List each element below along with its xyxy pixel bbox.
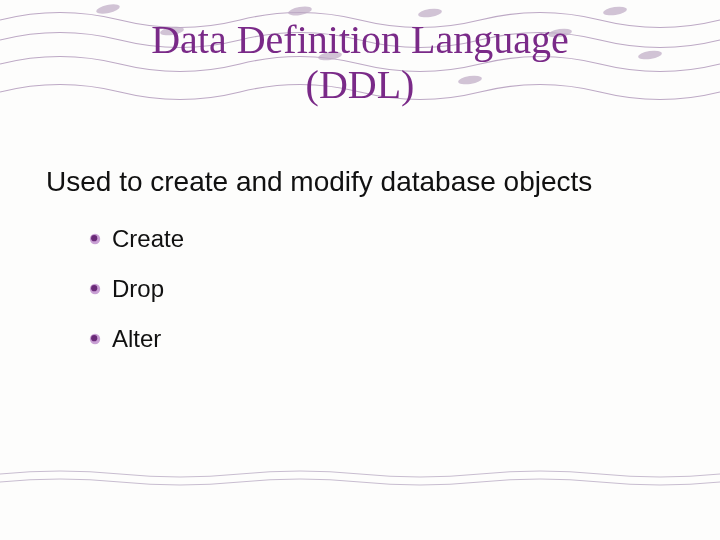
- bottom-decorative-band: [0, 468, 720, 488]
- bullet-icon: [88, 232, 102, 246]
- list-item: Drop: [88, 275, 646, 303]
- bullet-label: Drop: [112, 275, 164, 303]
- bullet-label: Alter: [112, 325, 161, 353]
- svg-point-10: [91, 235, 97, 241]
- subtitle-text: Used to create and modify database objec…: [46, 164, 646, 199]
- svg-point-0: [95, 3, 120, 16]
- title-line-2: (DDL): [0, 63, 720, 108]
- svg-point-7: [603, 5, 628, 16]
- slide-title: Data Definition Language (DDL): [0, 18, 720, 108]
- bullet-list: Create Drop Alter: [88, 225, 646, 353]
- bullet-label: Create: [112, 225, 184, 253]
- list-item: Alter: [88, 325, 646, 353]
- bullet-icon: [88, 282, 102, 296]
- slide-body: Used to create and modify database objec…: [46, 164, 646, 375]
- slide: Data Definition Language (DDL) Used to c…: [0, 0, 720, 540]
- bullet-icon: [88, 332, 102, 346]
- svg-point-2: [287, 5, 312, 17]
- svg-point-12: [91, 285, 97, 291]
- list-item: Create: [88, 225, 646, 253]
- svg-point-14: [91, 335, 97, 341]
- title-line-1: Data Definition Language: [0, 18, 720, 63]
